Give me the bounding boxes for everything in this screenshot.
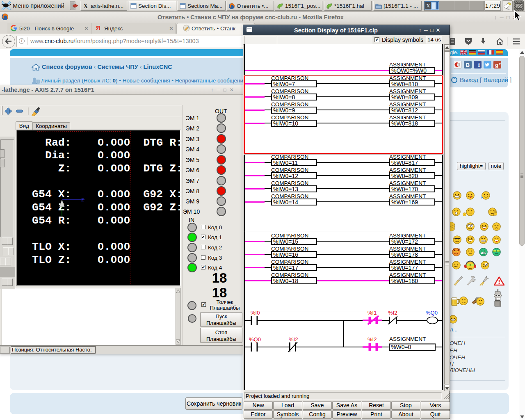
svg-text:ASSIGNMENT: ASSIGNMENT <box>389 336 426 342</box>
svg-text:%W0=0: %W0=0 <box>391 344 411 350</box>
svg-text:%Q0: %Q0 <box>426 310 438 316</box>
svg-text:%Q0: %Q0 <box>249 336 261 342</box>
svg-text:%I2: %I2 <box>368 336 377 342</box>
svg-text:%I0: %I0 <box>251 310 260 316</box>
svg-text:Z: Z <box>81 198 84 203</box>
svg-text:g: g <box>495 62 498 68</box>
svg-text:%I2: %I2 <box>388 310 397 316</box>
svg-text:B: B <box>466 62 470 68</box>
svg-text:%I2: %I2 <box>289 336 298 342</box>
svg-text:%I1: %I1 <box>368 310 377 316</box>
